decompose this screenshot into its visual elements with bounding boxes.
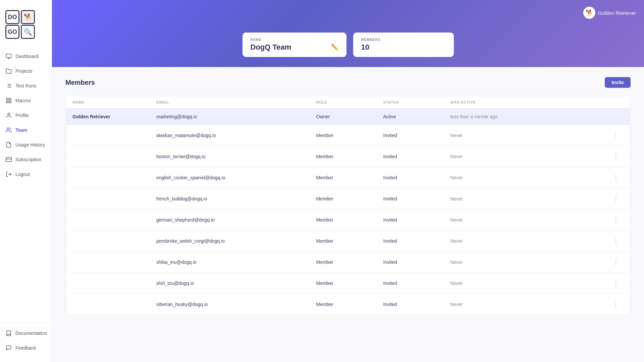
cell-email: german_shepherd@dogq.io — [156, 217, 316, 223]
more-actions-button[interactable]: ⋮ — [610, 173, 622, 183]
table-row: Golden Retriever marketing@dogq.io Owner… — [66, 109, 630, 125]
more-actions-button[interactable]: ⋮ — [610, 257, 622, 267]
cell-status: Invited — [383, 259, 450, 265]
cell-was-active: Never — [450, 196, 610, 201]
svg-point-13 — [8, 113, 10, 115]
list-icon — [5, 82, 12, 89]
sidebar-item-subscription[interactable]: Subscription — [0, 152, 52, 167]
sidebar-label-team: Team — [15, 127, 28, 133]
username-display: Golden Retriever — [598, 10, 636, 16]
cell-was-active: Never — [450, 217, 610, 223]
sidebar-item-logout[interactable]: Logout — [0, 167, 52, 182]
cell-email: alaskan_malamute@dogq.io — [156, 133, 316, 138]
cell-status: Invited — [383, 217, 450, 223]
header-banner: 🐕 Golden Retriever NAME DogQ Team ✏️ MEM… — [52, 0, 644, 67]
sidebar-item-team[interactable]: Team — [0, 123, 52, 137]
table-row: pembroke_welsh_corgi@dogq.io Member Invi… — [66, 231, 630, 252]
table-row: french_bulldog@dogq.io Member Invited Ne… — [66, 188, 630, 209]
sidebar-nav: Dashboard Projects Test Runs Macros Prof… — [0, 49, 52, 355]
more-actions-button[interactable]: ⋮ — [610, 194, 622, 204]
cell-role: Owner — [316, 114, 383, 119]
folder-icon — [5, 68, 12, 74]
logout-icon — [5, 171, 12, 178]
sidebar-item-macros[interactable]: Macros — [0, 93, 52, 108]
svg-rect-9 — [6, 98, 8, 100]
cell-email: french_bulldog@dogq.io — [156, 196, 316, 201]
sidebar-item-test-runs[interactable]: Test Runs — [0, 78, 52, 93]
sidebar-item-usage-history[interactable]: Usage History — [0, 137, 52, 152]
cell-status: Invited — [383, 196, 450, 201]
cell-status: Invited — [383, 154, 450, 159]
cell-actions: ⋮ — [610, 299, 624, 309]
cell-role: Member — [316, 133, 383, 138]
cell-was-active: Never — [450, 154, 610, 159]
members-label: MEMBERS — [361, 38, 446, 42]
cell-email: shih_tzu@dogq.io — [156, 281, 316, 286]
svg-point-14 — [7, 128, 9, 130]
members-section-title: Members — [65, 79, 95, 86]
more-actions-button[interactable]: ⋮ — [610, 278, 622, 288]
more-actions-button[interactable]: ⋮ — [610, 152, 622, 162]
cell-was-active: Never — [450, 133, 610, 138]
cell-actions: ⋮ — [610, 173, 624, 183]
cell-status: Invited — [383, 175, 450, 180]
sidebar-item-documentation[interactable]: Documentation — [0, 326, 52, 341]
col-actions — [610, 100, 624, 104]
sidebar-label-logout: Logout — [15, 172, 30, 177]
sidebar-item-feedback[interactable]: Feedback — [0, 341, 52, 355]
cell-email: shiba_inu@dogq.io — [156, 259, 316, 265]
cell-email: english_cocker_spaniel@dogq.io — [156, 175, 316, 180]
logo-dog: 🐕 — [21, 10, 35, 24]
cell-role: Member — [316, 196, 383, 201]
cell-actions: ⋮ — [610, 236, 624, 246]
cell-was-active: Never — [450, 302, 610, 307]
more-actions-button[interactable]: ⋮ — [610, 299, 622, 309]
logo-go: GO — [5, 25, 19, 39]
table-row: boston_terrier@dogq.io Member Invited Ne… — [66, 146, 630, 167]
sidebar-item-dashboard[interactable]: Dashboard — [0, 49, 52, 64]
sidebar-bottom: Documentation Feedback — [0, 322, 52, 355]
user-icon — [5, 112, 12, 119]
cell-was-active: Never — [450, 238, 610, 244]
cell-role: Member — [316, 238, 383, 244]
more-actions-button[interactable]: ⋮ — [610, 215, 622, 225]
cell-email: marketing@dogq.io — [156, 114, 316, 119]
table-body: Golden Retriever marketing@dogq.io Owner… — [66, 109, 630, 315]
book-icon — [5, 330, 12, 337]
sidebar-item-profile[interactable]: Profile — [0, 108, 52, 123]
cell-actions: ⋮ — [610, 152, 624, 162]
logo: DO 🐕 GO 🔍 — [0, 7, 52, 49]
cell-status: Invited — [383, 302, 450, 307]
cell-name: Golden Retriever — [72, 114, 156, 119]
cell-email: siberian_husky@dogq.io — [156, 302, 316, 307]
table-row: shih_tzu@dogq.io Member Invited Never ⋮ — [66, 273, 630, 294]
invite-button[interactable]: Invite — [605, 77, 631, 88]
cell-actions: ⋮ — [610, 257, 624, 267]
more-actions-button[interactable]: ⋮ — [610, 130, 622, 140]
sidebar-label-test-runs: Test Runs — [15, 83, 36, 88]
more-actions-button[interactable]: ⋮ — [610, 236, 622, 246]
svg-rect-11 — [9, 101, 11, 103]
message-circle-icon — [5, 345, 12, 351]
table-header: NAME EMAIL ROLE STATUS WAS ACTIVE — [66, 96, 630, 109]
team-name-card: NAME DogQ Team ✏️ — [243, 33, 346, 57]
sidebar-label-dashboard: Dashboard — [15, 54, 39, 59]
col-status: STATUS — [383, 100, 450, 104]
cell-was-active: Never — [450, 175, 610, 180]
cell-status: Invited — [383, 238, 450, 244]
sidebar-item-projects[interactable]: Projects — [0, 64, 52, 78]
svg-rect-10 — [9, 98, 11, 100]
user-info: 🐕 Golden Retriever — [583, 7, 636, 19]
members-count: 10 — [361, 43, 446, 52]
page-content: Members Invite NAME EMAIL ROLE STATUS WA… — [52, 67, 644, 362]
edit-team-name-icon[interactable]: ✏️ — [331, 44, 338, 51]
cell-status: Invited — [383, 281, 450, 286]
monitor-icon — [5, 53, 12, 60]
sidebar: DO 🐕 GO 🔍 Dashboard Projects Test Runs — [0, 0, 52, 362]
table-row: siberian_husky@dogq.io Member Invited Ne… — [66, 294, 630, 315]
cell-was-active: Never — [450, 281, 610, 286]
members-card: MEMBERS 10 — [353, 33, 454, 57]
sidebar-label-usage-history: Usage History — [15, 142, 45, 147]
svg-rect-0 — [6, 54, 11, 58]
logo-search: 🔍 — [21, 25, 35, 39]
